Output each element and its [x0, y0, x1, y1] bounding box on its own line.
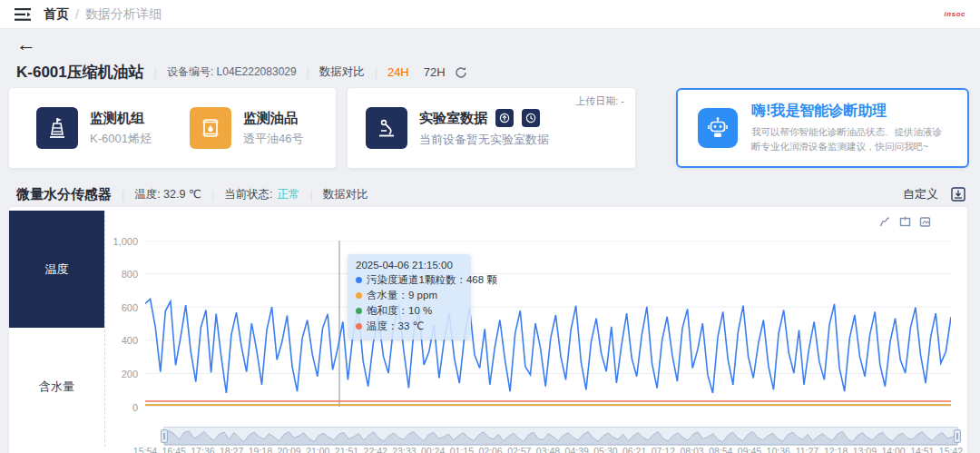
x-axis-tick-label: 15:42: [932, 446, 970, 453]
upload-lab-data-icon[interactable]: [495, 109, 514, 127]
monitor-unit-group: 监测机组 K-6001烯烃: [36, 107, 152, 149]
line-type-toggle-icon[interactable]: [879, 216, 891, 228]
series-color-dot: [356, 277, 362, 283]
monitor-unit-value: K-6001烯烃: [90, 131, 152, 147]
y-axis-tick-label: 400: [102, 335, 138, 346]
sensor-compare-link[interactable]: 数据对比: [323, 187, 368, 202]
chart-tab-temperature[interactable]: 温度: [9, 211, 104, 328]
brand-logo: insoc: [945, 10, 965, 18]
lab-data-status: 当前设备暂无实验室数据: [419, 132, 549, 148]
range-72h-button[interactable]: 72H: [424, 65, 446, 79]
divider: |: [154, 66, 157, 79]
series-line-particles: [145, 299, 951, 393]
y-axis-tick-label: 600: [102, 302, 138, 313]
datazoom-select-icon[interactable]: [899, 216, 911, 228]
y-axis-tick-label: 800: [102, 269, 138, 280]
lab-history-icon[interactable]: [522, 109, 540, 127]
chart-plot-area[interactable]: [145, 241, 951, 407]
page: 首页 / 数据分析详细 insoc ← K-6001压缩机油站 | 设备编号: …: [0, 0, 980, 453]
tooltip-series-row: 温度：33 ℃: [356, 320, 463, 333]
chart-tab-water-content[interactable]: 含水量: [9, 328, 104, 445]
sensor-temp-value: 温度: 32.9 ℃: [134, 187, 201, 202]
ai-assistant-desc: 我可以帮你智能化诊断油品状态、提供油液诊 断专业化润滑设备监测建议，快问问我吧~: [751, 125, 942, 154]
menu-collapse-icon[interactable]: [15, 8, 31, 21]
sensor-chart-panel: 温度含水量 1,0008006004002000 15:5416:4517:36…: [9, 207, 967, 453]
divider: |: [307, 66, 309, 79]
divider: |: [375, 66, 377, 79]
tooltip-timestamp: 2025-04-06 21:15:00: [356, 260, 463, 271]
robot-icon: [698, 108, 738, 148]
sensor-status-badge: 正常: [278, 187, 300, 202]
datazoom-preview-area: [164, 431, 957, 445]
ai-assistant-card[interactable]: 嗨!我是智能诊断助理 我可以帮你智能化诊断油品状态、提供油液诊 断专业化润滑设备…: [676, 88, 969, 168]
chart-tooltip: 2025-04-06 21:15:00 污染度通道1颗粒数：468 颗含水量：9…: [348, 254, 471, 340]
device-number: 设备编号: L04E222083029: [167, 64, 297, 80]
monitor-unit-title: 监测机组: [90, 109, 152, 127]
series-color-dot: [356, 308, 362, 314]
y-axis-tick-label: 0: [102, 402, 138, 413]
back-button[interactable]: ←: [16, 33, 36, 55]
y-axis-tick-label: 1,000: [102, 236, 138, 247]
compressor-icon: [36, 107, 78, 149]
y-axis-tick-label: 200: [102, 369, 138, 379]
download-icon[interactable]: [951, 187, 965, 202]
chart-toolbox: [879, 216, 931, 228]
monitor-oil-value: 透平油46号: [243, 131, 303, 147]
device-header: K-6001压缩机油站 | 设备编号: L04E222083029 | 数据对比…: [16, 62, 467, 83]
datazoom-slider[interactable]: [163, 427, 958, 446]
lab-data-card: 上传日期: - 实验室数据: [348, 88, 635, 168]
datazoom-left-handle[interactable]: [161, 429, 168, 443]
save-image-icon[interactable]: [919, 216, 931, 228]
breadcrumb-separator: /: [75, 7, 79, 22]
breadcrumb-current: 数据分析详细: [85, 6, 162, 23]
upload-date-label: 上传日期: -: [575, 94, 624, 108]
range-24h-button[interactable]: 24H: [387, 65, 409, 79]
microscope-icon: [366, 107, 407, 149]
data-compare-link[interactable]: 数据对比: [319, 64, 365, 80]
breadcrumb-home[interactable]: 首页: [44, 6, 69, 23]
tooltip-series-row: 饱和度：10 %: [356, 304, 463, 318]
datazoom-right-handle[interactable]: [954, 429, 961, 443]
series-color-dot: [356, 323, 362, 330]
refresh-icon[interactable]: [455, 66, 467, 79]
monitor-oil-title: 监测油品: [243, 109, 303, 127]
page-title: K-6001压缩机油站: [16, 62, 144, 83]
sensor-status-label: 当前状态:: [224, 187, 272, 202]
sensor-title: 微量水分传感器: [16, 186, 112, 203]
monitor-oil-group: 监测油品 透平油46号: [190, 107, 303, 149]
oil-barrel-icon: [190, 107, 231, 149]
series-color-dot: [356, 292, 362, 299]
customize-button[interactable]: 自定义: [903, 186, 938, 202]
tooltip-series-row: 含水量：9 ppm: [356, 289, 463, 302]
sensor-section-header: 微量水分传感器 | 温度: 32.9 ℃ | 当前状态: 正常 | 数据对比: [16, 186, 368, 203]
monitor-card: 监测机组 K-6001烯烃 监测油品 透平油46号: [9, 88, 336, 168]
chart-tab-column: 温度含水量: [9, 211, 105, 447]
ai-assistant-title: 嗨!我是智能诊断助理: [751, 102, 942, 121]
lab-data-title: 实验室数据: [419, 109, 487, 127]
tooltip-series-row: 污染度通道1颗粒数：468 颗: [356, 273, 463, 287]
topbar: 首页 / 数据分析详细 insoc: [0, 0, 980, 29]
